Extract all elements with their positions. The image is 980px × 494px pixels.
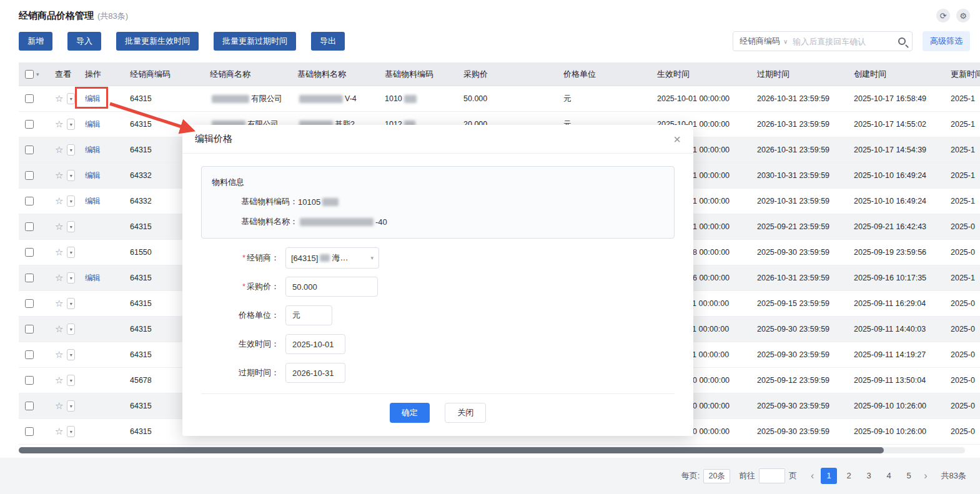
table-cell: 2025-0: [946, 393, 980, 418]
row-checkbox[interactable]: [25, 274, 34, 282]
material-name-label: 基础物料名称：: [212, 216, 298, 227]
material-code-label: 基础物料编码：: [212, 196, 298, 207]
table-cell: 2025-1: [946, 86, 980, 111]
row-checkbox[interactable]: [25, 146, 34, 154]
search-icon[interactable]: [898, 37, 906, 45]
refresh-icon[interactable]: ⟳: [936, 9, 950, 22]
row-checkbox[interactable]: [25, 350, 34, 359]
column-header: 更新时间: [946, 62, 980, 86]
table-cell: 2025-10-01 00:00:00: [652, 86, 752, 111]
confirm-button[interactable]: 确定: [390, 403, 430, 423]
row-expand-caret-icon[interactable]: ▾: [67, 298, 75, 309]
row-checkbox[interactable]: [25, 376, 34, 385]
row-expand-caret-icon[interactable]: ▾: [67, 119, 75, 130]
add-button[interactable]: 新增: [19, 32, 52, 51]
edit-link[interactable]: 编辑: [85, 196, 101, 207]
page-number-button[interactable]: 2: [841, 468, 857, 484]
row-expand-caret-icon[interactable]: ▾: [67, 195, 75, 207]
settings-gear-icon[interactable]: ⚙: [956, 9, 970, 22]
effective-date-input[interactable]: [285, 334, 345, 354]
favorite-star-icon[interactable]: ☆: [55, 170, 63, 181]
row-expand-caret-icon[interactable]: ▾: [67, 170, 75, 181]
row-expand-caret-icon[interactable]: ▾: [67, 272, 75, 284]
unit-label: 价格单位：: [201, 310, 279, 321]
page-number-button[interactable]: 4: [881, 468, 897, 484]
favorite-star-icon[interactable]: ☆: [55, 144, 63, 156]
table-cell: 2025-09-30 23:59:59: [752, 317, 849, 342]
row-expand-caret-icon[interactable]: ▾: [67, 324, 75, 335]
dealer-label: *经销商：: [201, 252, 279, 264]
row-checkbox[interactable]: [25, 325, 34, 333]
edit-link[interactable]: 编辑: [85, 145, 101, 156]
row-checkbox[interactable]: [25, 299, 34, 308]
edit-link[interactable]: 编辑: [85, 94, 101, 104]
select-menu-caret-icon[interactable]: ▾: [36, 71, 39, 77]
row-checkbox[interactable]: [25, 94, 34, 103]
favorite-star-icon[interactable]: ☆: [55, 400, 63, 412]
favorite-star-icon[interactable]: ☆: [55, 119, 63, 130]
close-button[interactable]: 关闭: [445, 403, 486, 423]
row-expand-caret-icon[interactable]: ▾: [67, 349, 75, 360]
edit-link[interactable]: 编辑: [85, 273, 101, 284]
toolbar: 新增 导入 批量更新生效时间 批量更新过期时间 导出 经销商编码 ∨ 高级筛选: [19, 31, 970, 51]
row-checkbox[interactable]: [25, 427, 34, 436]
page-number-button[interactable]: 5: [901, 468, 917, 484]
favorite-star-icon[interactable]: ☆: [55, 93, 63, 104]
dealer-select[interactable]: [64315] 海… ▾: [285, 247, 379, 269]
prev-page-icon[interactable]: ‹: [806, 470, 819, 482]
row-expand-caret-icon[interactable]: ▾: [67, 375, 75, 386]
page-number-button[interactable]: 3: [861, 468, 877, 484]
price-input[interactable]: [285, 277, 378, 297]
expire-date-input[interactable]: [285, 363, 345, 383]
row-expand-caret-icon[interactable]: ▾: [67, 426, 75, 437]
import-button[interactable]: 导入: [67, 32, 101, 51]
row-expand-caret-icon[interactable]: ▾: [67, 93, 75, 104]
row-checkbox[interactable]: [25, 402, 34, 410]
table-cell: 2025-09-10 10:26:00: [849, 419, 946, 444]
row-checkbox[interactable]: [25, 120, 34, 129]
favorite-star-icon[interactable]: ☆: [55, 426, 63, 437]
row-expand-caret-icon[interactable]: ▾: [67, 247, 75, 258]
material-code-text: 10105: [298, 197, 320, 207]
table-cell: 2025-09-12 23:59:59: [752, 368, 849, 393]
batch-update-effective-button[interactable]: 批量更新生效时间: [116, 32, 199, 51]
row-checkbox[interactable]: [25, 248, 34, 257]
favorite-star-icon[interactable]: ☆: [55, 195, 63, 207]
edit-link[interactable]: 编辑: [85, 119, 101, 130]
edit-form: *经销商： [64315] 海… ▾ *采购价： 价格单位：: [201, 247, 675, 383]
row-expand-caret-icon[interactable]: ▾: [67, 400, 75, 412]
search-input[interactable]: [793, 37, 898, 46]
favorite-star-icon[interactable]: ☆: [55, 247, 63, 258]
redacted-text: [322, 198, 339, 206]
table-cell: 2025-09-21 23:59:59: [752, 214, 849, 239]
favorite-star-icon[interactable]: ☆: [55, 272, 63, 284]
table-cell: 2026-10-31 23:59:59: [752, 137, 849, 162]
favorite-star-icon[interactable]: ☆: [55, 221, 63, 232]
search-field-select[interactable]: 经销商编码: [740, 36, 780, 47]
table-cell: 2025-09-21 16:42:43: [849, 214, 946, 239]
per-page-select[interactable]: 20条: [703, 469, 730, 483]
page-number-button[interactable]: 1: [821, 468, 837, 484]
pagination-pages: 12345: [819, 468, 919, 484]
select-all-checkbox[interactable]: [25, 70, 34, 79]
close-icon[interactable]: ×: [673, 133, 681, 146]
export-button[interactable]: 导出: [311, 32, 345, 51]
column-header: 过期时间: [752, 62, 849, 86]
table-cell: 2025-09-11 14:40:03: [849, 317, 946, 342]
row-checkbox[interactable]: [25, 222, 34, 231]
row-checkbox[interactable]: [25, 171, 34, 180]
edit-link[interactable]: 编辑: [85, 170, 101, 181]
batch-update-expire-button[interactable]: 批量更新过期时间: [214, 32, 296, 51]
row-checkbox[interactable]: [25, 197, 34, 205]
goto-page-input[interactable]: [759, 468, 785, 483]
row-expand-caret-icon[interactable]: ▾: [67, 221, 75, 232]
next-page-icon[interactable]: ›: [919, 470, 932, 482]
unit-input[interactable]: [285, 305, 332, 325]
favorite-star-icon[interactable]: ☆: [55, 349, 63, 360]
scrollbar-thumb[interactable]: [19, 447, 884, 453]
favorite-star-icon[interactable]: ☆: [55, 324, 63, 335]
advanced-filter-button[interactable]: 高级筛选: [923, 31, 970, 51]
favorite-star-icon[interactable]: ☆: [55, 298, 63, 309]
row-expand-caret-icon[interactable]: ▾: [67, 144, 75, 156]
favorite-star-icon[interactable]: ☆: [55, 375, 63, 386]
